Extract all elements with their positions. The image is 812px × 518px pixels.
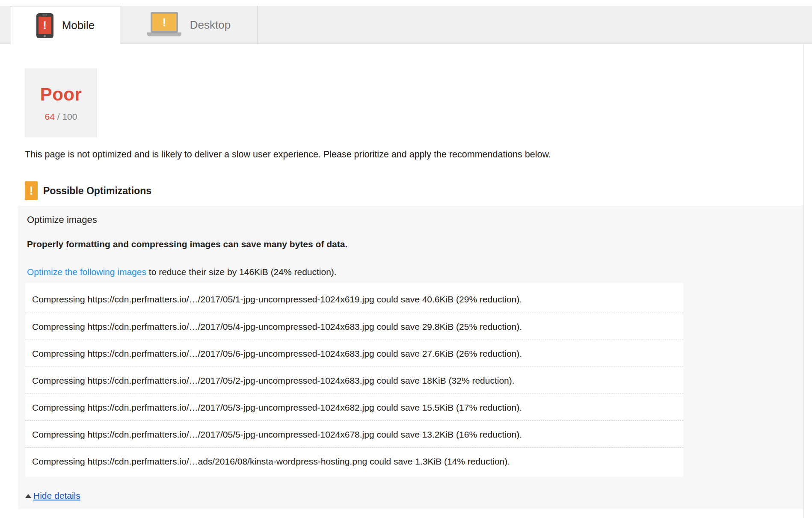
image-list-item: Compressing https://cdn.perfmatters.io/…… xyxy=(25,340,683,367)
image-list-item: Compressing https://cdn.perfmatters.io/…… xyxy=(25,367,683,394)
optimize-images-panel: Optimize images Properly formatting and … xyxy=(18,206,803,509)
tab-desktop[interactable]: ! Desktop xyxy=(120,6,258,44)
exclamation-glyph: ! xyxy=(43,20,47,31)
summary-text: This page is not optimized and is likely… xyxy=(25,149,791,160)
collapse-arrow-icon xyxy=(25,494,31,498)
score-rating: Poor xyxy=(40,84,82,105)
score-separator: / xyxy=(55,112,62,121)
optimize-images-link[interactable]: Optimize the following images xyxy=(27,267,146,277)
rule-summary-line: Optimize the following images to reduce … xyxy=(27,267,337,277)
section-title: Possible Optimizations xyxy=(43,185,151,197)
possible-optimizations-header: ! Possible Optimizations xyxy=(25,181,151,200)
image-list-item: Compressing https://cdn.perfmatters.io/…… xyxy=(25,286,683,313)
exclamation-glyph: ! xyxy=(162,17,166,28)
image-list-item: Compressing https://cdn.perfmatters.io/…… xyxy=(25,313,683,340)
tab-mobile-label: Mobile xyxy=(62,19,95,32)
score-fraction: 64 / 100 xyxy=(45,112,77,122)
hide-details-toggle[interactable]: Hide details xyxy=(25,491,80,501)
rule-description: Properly formatting and compressing imag… xyxy=(27,239,347,249)
score-max: 100 xyxy=(62,112,77,121)
phone-speaker xyxy=(42,15,47,15)
laptop-screen: ! xyxy=(151,12,178,33)
image-list-item: Compressing https://cdn.perfmatters.io/…… xyxy=(25,394,683,420)
image-list-item: Compressing https://cdn.perfmatters.io/…… xyxy=(25,447,683,474)
tab-desktop-label: Desktop xyxy=(190,18,231,32)
image-list-item: Compressing https://cdn.perfmatters.io/…… xyxy=(25,420,683,447)
warning-icon: ! xyxy=(25,181,38,200)
desktop-warning-icon: ! xyxy=(147,12,181,38)
rule-summary-suffix: to reduce their size by 146KiB (24% redu… xyxy=(146,267,337,277)
report-right-border xyxy=(803,44,803,518)
laptop-screen-inner: ! xyxy=(152,14,176,31)
tab-mobile[interactable]: ! Mobile xyxy=(11,6,120,44)
score-box: Poor 64 / 100 xyxy=(25,68,97,137)
hide-details-label: Hide details xyxy=(33,491,80,501)
score-value: 64 xyxy=(45,112,55,121)
mobile-warning-icon: ! xyxy=(36,13,53,38)
image-list: Compressing https://cdn.perfmatters.io/…… xyxy=(25,283,683,477)
phone-home-button xyxy=(44,35,46,37)
rule-title: Optimize images xyxy=(27,214,97,225)
phone-screen: ! xyxy=(39,17,51,34)
laptop-base xyxy=(147,33,181,36)
